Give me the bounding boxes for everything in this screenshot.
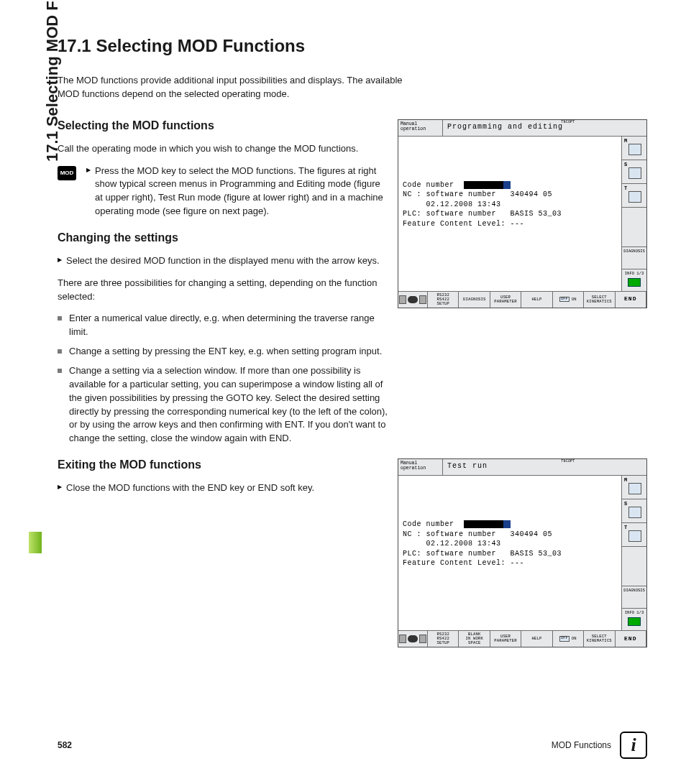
changing-bullets: Enter a numerical value directly, e.g. w… [58,312,388,446]
screen1-main: Code number NC : software number 340494 … [398,137,621,291]
screen2-sidebar: M S T DIAGNOSIS INFO 1/3 [621,476,646,630]
side2-btn-m[interactable]: M [622,476,646,499]
screen1-header: Manual operation Programming and editing [398,120,646,137]
section-changing: Select the desired MOD function in the d… [58,254,388,446]
bullet-3: Change a setting via a selection window.… [58,364,388,446]
screen1-fcl-line: Feature Content Level: --- [403,219,617,229]
softkey-user-parameter[interactable]: USER PARAMETER [490,292,521,308]
screen2-header: Manual operation Test run [398,459,646,476]
softkey-end[interactable]: END [616,292,646,308]
section-exiting: Exiting the MOD functions Close the MOD … [58,458,647,660]
screen1-code-number: Code number [403,180,617,190]
softkey-select-kinematics[interactable]: SELECT KINEMATICS [584,292,615,308]
screen2-main: Code number NC : software number 340494 … [398,476,621,630]
softkey-diagnosis[interactable]: DIAGNOSIS [459,292,490,308]
bullet-2: Change a setting by pressing the ENT key… [58,345,388,359]
softkey2-rs232[interactable]: RS232 RS422 SETUP [428,631,459,647]
exiting-step: Close the MOD functions with the END key… [58,481,388,495]
side2-btn-s[interactable]: S [622,499,646,523]
page-content: 17.1 Selecting MOD Functions The MOD fun… [58,36,647,660]
screen1-mode-l1: Manual [401,121,417,126]
side-diagnosis[interactable]: DIAGNOSIS [622,247,646,269]
mod-key-step: Press the MOD key to select the MOD func… [86,165,388,218]
softkey-help[interactable]: HELP [521,292,552,308]
tncopt-on: ON [572,298,577,302]
screen1-sidebar: M S T DIAGNOSIS INFO 1/3 [621,137,646,291]
screenshot-programming-editing: Manual operation Programming and editing… [398,119,647,308]
screen1-mode-l2: operation [401,126,426,132]
softkey-tncopt[interactable]: TNCOPT OFF ON [553,292,584,308]
side-btn-m[interactable]: M [622,137,646,160]
side2-diagnosis[interactable]: DIAGNOSIS [622,586,646,609]
softkey2-pager[interactable] [398,631,428,647]
screen2-title: Test run [443,459,646,475]
screen1-mode: Manual operation [398,120,443,136]
section-selecting: Selecting the MOD functions Call the ope… [58,119,647,218]
code-number-field[interactable] [464,181,503,189]
side2-info[interactable]: INFO 1/3 [622,609,646,630]
tncopt-off: OFF [559,297,570,303]
mod-key-instruction: MOD Press the MOD key to select the MOD … [58,165,388,218]
screen2-mode: Manual operation [398,459,443,475]
side-btn-t[interactable]: T [622,184,646,208]
changing-intro: There are three possibilities for changi… [58,277,388,304]
side-btn-s[interactable]: S [622,160,646,184]
intro-paragraph: The MOD functions provide additional inp… [58,74,403,101]
softkey-pager[interactable] [398,292,428,308]
softkey2-select-kinematics[interactable]: SELECT KINEMATICS [584,631,615,647]
screenshot-test-run: Manual operation Test run Code number NC… [398,458,647,647]
page-title: 17.1 Selecting MOD Functions [58,36,647,56]
chapter-name: MOD Functions [552,740,611,750]
screen1-date-line: 02.12.2008 13:43 [403,200,617,210]
screen1-title: Programming and editing [443,120,646,136]
code-number-field-2[interactable] [464,520,503,528]
info-icon: i [620,732,647,759]
softkey2-end[interactable]: END [616,631,646,647]
side2-btn-t[interactable]: T [622,523,646,547]
screen2-softkeys: RS232 RS422 SETUP BLANK IN WORK SPACE US… [398,630,646,647]
screen1-nc-line: NC : software number 340494 05 [403,190,617,200]
screen1-softkeys: RS232 RS422 SETUP DIAGNOSIS USER PARAMET… [398,291,646,308]
page-number: 582 [58,740,72,750]
bullet-1: Enter a numerical value directly, e.g. w… [58,312,388,339]
softkey2-tncopt[interactable]: TNCOPT OFF ON [553,631,584,647]
mod-key-icon: MOD [58,166,76,180]
changing-step: Select the desired MOD function in the d… [58,254,388,268]
softkey2-user-parameter[interactable]: USER PARAMETER [490,631,521,647]
side-info[interactable]: INFO 1/3 [622,269,646,291]
screen1-plc-line: PLC: software number BASIS 53_03 [403,209,617,219]
softkey-rs232[interactable]: RS232 RS422 SETUP [428,292,459,308]
side-accent-bar [29,532,42,553]
softkey2-help[interactable]: HELP [521,631,552,647]
softkey2-blank[interactable]: BLANK IN WORK SPACE [459,631,490,647]
selecting-intro: Call the operating mode in which you wis… [58,142,388,156]
page-footer: 582 MOD Functions i [58,732,647,759]
